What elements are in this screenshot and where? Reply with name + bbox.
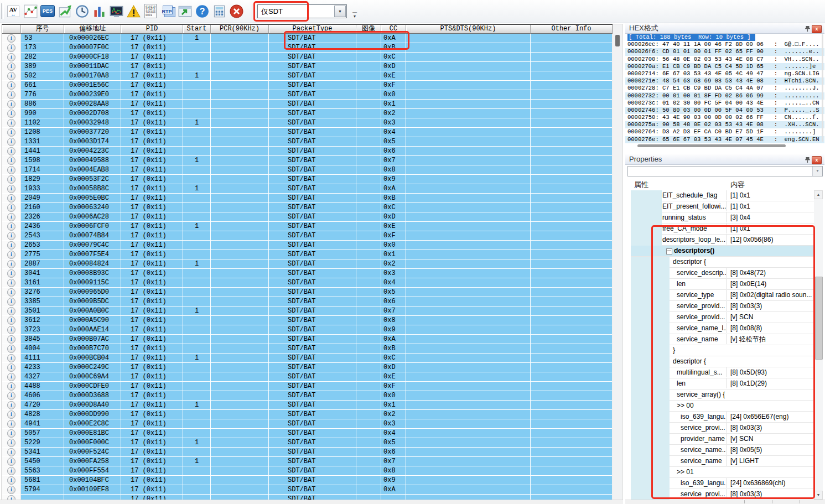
table-row[interactable]: i14410x0004223C17 (0x11)SDT/BAT0x6 (2, 147, 613, 156)
header-otherinfo[interactable]: Other Info (531, 25, 613, 34)
binary-data-button[interactable]: 010110 110011 101000 0001 (142, 3, 159, 19)
property-row[interactable]: descriptor { (631, 257, 814, 268)
info-icon[interactable]: i (7, 382, 15, 391)
hex-panel-close-icon[interactable]: x (812, 25, 822, 33)
properties-scrollbar-thumb[interactable] (815, 277, 823, 360)
info-icon[interactable]: i (7, 222, 15, 231)
waveform-monitor-button[interactable] (108, 3, 124, 19)
property-row[interactable]: free_CA_mode[1] 0x1 (631, 224, 814, 235)
info-icon[interactable]: i (7, 91, 15, 99)
stop-button[interactable] (228, 3, 245, 19)
warning-button[interactable] (125, 3, 142, 19)
header-image[interactable]: 图像 (356, 25, 381, 34)
header-packettype[interactable]: PacketType (269, 25, 356, 34)
info-icon[interactable]: i (7, 147, 15, 155)
property-row[interactable]: multilingual_s...[8] 0x5D(93) (631, 367, 814, 378)
info-icon[interactable]: i (7, 448, 15, 456)
table-row[interactable]: i43270x000C69A417 (0x11)SDT/BAT0xE (2, 372, 613, 382)
property-row[interactable]: descriptors_loop_le...[12] 0x056(86) (631, 235, 814, 246)
header-offset[interactable]: 偏移地址 (64, 25, 121, 34)
hex-vertical-scrollbar[interactable] (822, 34, 823, 142)
info-icon[interactable]: i (7, 401, 15, 409)
property-row[interactable]: provider_name[v] SCN (631, 434, 814, 445)
export-report-button[interactable] (177, 3, 193, 19)
info-icon[interactable]: i (7, 128, 15, 137)
bar-chart-button[interactable] (91, 3, 107, 19)
properties-combobox[interactable]: ▼ (627, 166, 823, 176)
table-row[interactable]: i56810x00104BFC17 (0x11)SDT/BAT0x9 (2, 476, 613, 485)
table-row[interactable]: i31610x0009115C17 (0x11)SDT/BAT0x4 (2, 278, 613, 288)
info-icon[interactable]: i (7, 194, 15, 202)
info-icon[interactable]: i (7, 166, 15, 174)
property-row[interactable]: EIT_schedule_flag[1] 0x1 (631, 190, 814, 201)
table-row[interactable]: i55630x000FF55417 (0x11)SDT/BAT0x8 (2, 466, 613, 476)
info-icon[interactable]: i (7, 138, 15, 146)
table-row[interactable]: i25430x00074B8417 (0x11)SDT/BAT0xF (2, 231, 613, 241)
table-row[interactable]: i27750x0007F5E417 (0x11)SDT/BAT0x1 (2, 250, 613, 259)
info-icon[interactable]: i (7, 44, 15, 52)
table-row[interactable]: i6610x0001E56C17 (0x11)SDT/BAT0xF (2, 81, 613, 90)
table-row[interactable]: i20490x0005E0BC17 (0x11)SDT/BAT0xB (2, 194, 613, 203)
info-icon[interactable]: i (7, 241, 15, 250)
info-icon[interactable]: i (7, 429, 15, 438)
toolbar-grip[interactable] (1, 3, 4, 19)
table-row[interactable]: i1730x00007F0C17 (0x11)SDT/BAT0xB (2, 43, 613, 53)
info-icon[interactable]: i (7, 175, 15, 184)
info-icon[interactable]: i (7, 260, 15, 268)
header-ptsdts[interactable]: PTS&DTS(90KHz) (406, 25, 531, 34)
table-row[interactable]: i21600x0006324017 (0x11)SDT/BAT0xC (2, 203, 613, 212)
calculator-button[interactable] (211, 3, 227, 19)
info-icon[interactable]: i (7, 185, 15, 193)
property-row[interactable]: service_array() { (631, 389, 814, 401)
table-row[interactable]: i15980x0004958817 (0x11)1SDT/BAT0x7 (2, 156, 613, 165)
properties-vertical-scrollbar[interactable]: ▲ ▼ (814, 190, 823, 500)
info-icon[interactable]: i (7, 298, 15, 306)
info-icon[interactable]: i (7, 204, 15, 212)
info-icon[interactable]: i (7, 232, 15, 240)
info-icon[interactable]: i (7, 326, 15, 334)
table-row[interactable]: i37230x000AAE1417 (0x11)SDT/BAT0x9 (2, 325, 613, 335)
info-icon[interactable]: i (7, 157, 15, 165)
info-icon[interactable]: i (7, 53, 15, 61)
table-row[interactable]: i2820x0000CF1817 (0x11)SDT/BAT0xC (2, 53, 613, 62)
table-row[interactable]: i11020x0003294817 (0x11)1SDT/BAT0x3 (2, 118, 613, 128)
table-row[interactable]: i57940x00109EF817 (0x11)SDT/BAT0xA (2, 485, 613, 495)
header-cc[interactable]: CC (381, 25, 406, 34)
trend-chart-button[interactable] (56, 3, 73, 19)
info-icon[interactable]: i (7, 63, 15, 71)
info-icon[interactable]: i (7, 269, 15, 278)
property-group-row[interactable]: descriptors() (631, 246, 814, 257)
table-vertical-scrollbar[interactable] (613, 24, 623, 501)
table-row[interactable]: i7760x000239E017 (0x11)SDT/BAT0x0 (2, 90, 613, 100)
scatter-chart-button[interactable] (22, 3, 39, 19)
table-row[interactable]: i53410x000F524C17 (0x11)SDT/BAT0x6 (2, 448, 613, 457)
info-icon[interactable]: i (7, 34, 15, 43)
table-row[interactable]: i54500x000FA25817 (0x11)1SDT/BAT0x7 (2, 457, 613, 466)
property-row[interactable]: service_provi...[8] 0x03(3) (631, 423, 814, 434)
property-row[interactable]: len[8] 0x1D(29) (631, 378, 814, 389)
property-row[interactable]: service_type[8] 0x02(digital radio soun.… (631, 290, 814, 301)
pin-icon[interactable] (805, 156, 811, 163)
table-row[interactable]: i28870x0008482417 (0x11)1SDT/BAT0x2 (2, 259, 613, 269)
info-icon[interactable]: i (7, 110, 15, 118)
table-row[interactable]: i5020x000170A817 (0x11)1SDT/BAT0xE (2, 71, 613, 81)
info-icon[interactable]: i (7, 476, 15, 485)
table-row[interactable]: i32760x000965D017 (0x11)SDT/BAT0x5 (2, 288, 613, 297)
filter-dropdown-arrow-button[interactable]: ▼ (334, 6, 346, 17)
info-icon[interactable]: i (7, 251, 15, 259)
property-row[interactable]: service_name_l...[8] 0x08(8) (631, 323, 814, 334)
header-start[interactable]: Start (183, 25, 211, 34)
property-row[interactable]: iso_639_langu...[24] 0x656E67(eng) (631, 412, 814, 423)
hex-horizontal-scrollbar[interactable] (637, 144, 786, 147)
info-icon[interactable]: i (7, 354, 15, 362)
table-row[interactable]: i35010x000A0B0C17 (0x11)1SDT/BAT0x7 (2, 306, 613, 316)
table-row[interactable]: i36120x000A5C9017 (0x11)SDT/BAT0x8 (2, 316, 613, 325)
info-icon[interactable]: i (7, 100, 15, 108)
clock-button[interactable] (74, 3, 90, 19)
info-icon[interactable]: i (7, 316, 15, 325)
pin-icon[interactable] (805, 25, 811, 32)
info-icon[interactable]: i (7, 411, 15, 419)
filter-dropdown[interactable]: 仅SDT ▼ (257, 4, 347, 18)
property-row[interactable]: service_provid...[v] SCN (631, 312, 814, 323)
property-row[interactable]: iso_639_langu...[24] 0x636869(chi) (631, 478, 814, 489)
